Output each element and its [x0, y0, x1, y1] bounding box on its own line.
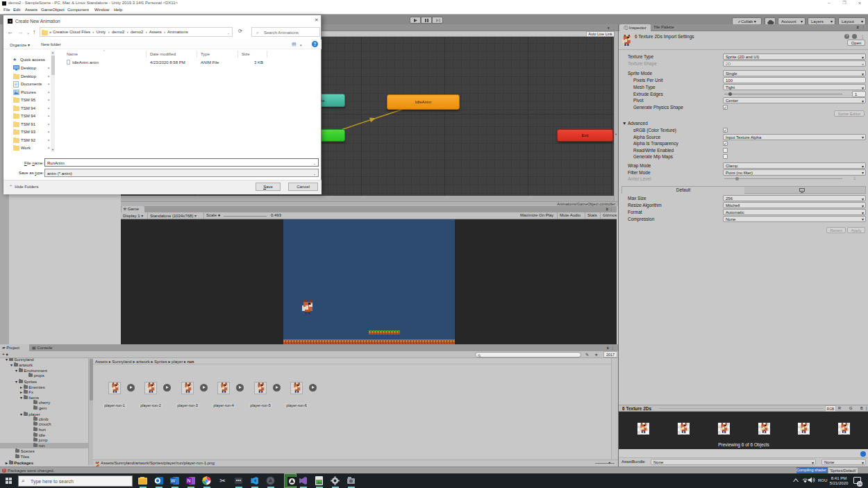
svg-text:W: W [171, 478, 176, 483]
svg-text:N: N [187, 478, 190, 483]
svg-text:✂: ✂ [219, 477, 225, 485]
